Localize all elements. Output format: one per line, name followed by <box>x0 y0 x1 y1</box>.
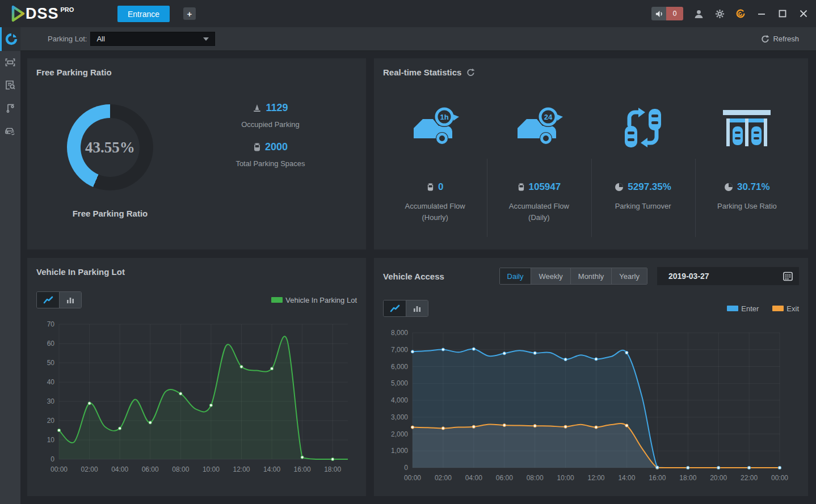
tab-entrance[interactable]: Entrance <box>117 6 170 22</box>
svg-text:04:00: 04:00 <box>465 474 482 482</box>
legend-item-vehicle-in-lot[interactable]: Vehicle In Parking Lot <box>271 296 357 304</box>
vehicle-access-chart-svg: 01,0002,0003,0004,0005,0006,0007,0008,00… <box>383 325 799 490</box>
car-front-icon <box>427 183 434 192</box>
legend-item-enter[interactable]: Enter <box>727 304 759 313</box>
svg-text:16:00: 16:00 <box>294 465 311 473</box>
gear-icon[interactable] <box>714 8 725 19</box>
app-window: DSS PRO Entrance + 0 <box>0 0 816 504</box>
brand-logo-icon <box>735 8 746 19</box>
sidebar-item-barrier-control[interactable] <box>0 96 20 119</box>
bar-chart-icon <box>65 295 75 304</box>
alarm-indicator[interactable]: 0 <box>651 7 683 20</box>
tab-monthly[interactable]: Monthly <box>570 268 612 284</box>
occupied-parking-value: 1129 <box>266 102 288 114</box>
refresh-icon <box>760 35 769 44</box>
svg-text:70: 70 <box>47 320 55 328</box>
parking-turnover-label: Parking Turnover <box>615 201 671 212</box>
svg-text:02:00: 02:00 <box>435 474 452 482</box>
user-icon[interactable] <box>693 8 704 19</box>
svg-text:12:00: 12:00 <box>233 465 250 473</box>
close-button[interactable] <box>798 8 809 19</box>
tab-yearly[interactable]: Yearly <box>611 268 647 284</box>
legend-label: Enter <box>741 304 759 313</box>
svg-text:12:00: 12:00 <box>587 474 604 482</box>
car-front-icon <box>518 183 525 192</box>
cone-icon <box>253 103 262 113</box>
svg-text:00:00: 00:00 <box>404 474 421 482</box>
parking-use-ratio-stat: 30.71% Parking Use Ratio <box>695 92 799 223</box>
vehicle-in-lot-panel: Vehicle In Parking Lot <box>27 258 366 496</box>
dss-logo: DSS PRO <box>10 5 74 22</box>
parking-lot-select[interactable]: All <box>90 32 215 46</box>
speaker-icon <box>651 7 666 20</box>
svg-text:08:00: 08:00 <box>172 465 189 473</box>
legend-item-exit[interactable]: Exit <box>772 304 799 313</box>
line-chart-toggle-button[interactable] <box>384 300 406 316</box>
svg-text:6,000: 6,000 <box>391 363 408 371</box>
svg-text:20: 20 <box>47 417 55 425</box>
refresh-button[interactable]: Refresh <box>760 35 799 44</box>
sidebar-item-plate-recognition[interactable] <box>0 51 20 74</box>
line-chart-icon <box>389 304 401 313</box>
bar-chart-toggle-button[interactable] <box>406 300 428 316</box>
parking-turnover-value: 5297.35% <box>628 181 671 193</box>
chevron-down-icon <box>203 37 209 41</box>
maximize-button[interactable] <box>777 8 788 19</box>
svg-text:18:00: 18:00 <box>324 465 341 473</box>
divider <box>695 159 696 237</box>
tab-daily[interactable]: Daily <box>500 268 531 284</box>
refresh-icon[interactable] <box>466 68 475 77</box>
date-picker[interactable]: 2019-03-27 <box>657 267 799 285</box>
barrier-gate-icon <box>4 101 16 114</box>
bar-chart-toggle-button[interactable] <box>59 292 81 308</box>
parking-lot-label: Parking Lot: <box>48 35 87 43</box>
svg-text:14:00: 14:00 <box>263 465 280 473</box>
tab-weekly[interactable]: Weekly <box>531 268 570 284</box>
legend-swatch <box>727 306 738 311</box>
svg-text:16:00: 16:00 <box>649 474 666 482</box>
car-sync-icon <box>4 124 16 137</box>
legend-swatch <box>271 297 283 303</box>
svg-text:50: 50 <box>47 359 55 367</box>
filter-toolbar: Parking Lot: All Refresh <box>20 27 816 51</box>
svg-text:40: 40 <box>47 378 55 386</box>
logo-sub-text: PRO <box>61 6 74 13</box>
hourly-flow-label: Accumulated Flow <box>405 201 465 212</box>
divider <box>591 159 592 237</box>
svg-text:18:00: 18:00 <box>679 474 696 482</box>
panel-title: Vehicle In Parking Lot <box>36 267 125 277</box>
total-spaces-stat: 2000 Total Parking Spaces <box>235 141 305 168</box>
hourly-flow-stat: 1h 0 <box>383 92 487 223</box>
parking-lot-selected-value: All <box>96 35 203 43</box>
svg-text:10:00: 10:00 <box>203 465 220 473</box>
panel-title: Vehicle Access <box>383 272 444 281</box>
total-spaces-label: Total Parking Spaces <box>235 159 305 168</box>
svg-text:10:00: 10:00 <box>557 474 574 482</box>
sidebar-item-vehicle-link[interactable] <box>0 119 20 142</box>
alarm-count-badge: 0 <box>666 7 683 20</box>
daily-flow-value: 105947 <box>529 181 561 193</box>
minimize-button[interactable] <box>756 8 767 19</box>
free-parking-donut-chart: 43.55% <box>67 104 153 190</box>
line-chart-toggle-button[interactable] <box>37 292 59 308</box>
add-tab-button[interactable]: + <box>183 7 196 20</box>
icon-badge-text: 1h <box>440 113 448 121</box>
sidebar-item-dashboard[interactable] <box>0 27 20 51</box>
period-tabs: Daily Weekly Monthly Yearly <box>499 268 647 285</box>
panel-title: Free Parking Ratio <box>36 67 357 77</box>
svg-text:4,000: 4,000 <box>391 396 408 404</box>
car-icon <box>253 142 261 152</box>
parking-garage-icon <box>720 105 774 151</box>
sidebar-item-record-search[interactable] <box>0 74 20 96</box>
refresh-label: Refresh <box>773 35 799 43</box>
svg-text:60: 60 <box>47 340 55 348</box>
parking-turnover-stat: 5297.35% Parking Turnover <box>591 92 695 223</box>
svg-text:5,000: 5,000 <box>391 379 408 387</box>
dashboard-content: Free Parking Ratio 43.55% Free Parking R… <box>20 51 816 504</box>
titlebar-actions: 0 <box>651 0 809 27</box>
legend-label: Exit <box>786 304 799 313</box>
chart-type-toggle <box>36 291 82 308</box>
calendar-icon <box>783 271 793 282</box>
svg-text:02:00: 02:00 <box>81 465 98 473</box>
legend-label: Vehicle In Parking Lot <box>285 296 357 304</box>
